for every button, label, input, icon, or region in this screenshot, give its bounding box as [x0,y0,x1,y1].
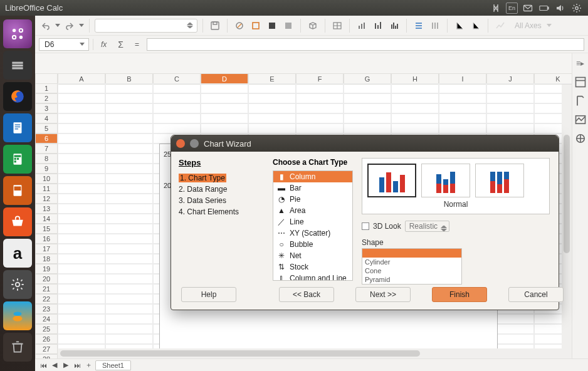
cell[interactable] [58,174,105,184]
cell[interactable] [58,314,105,324]
tab-last-icon[interactable]: ⏭ [73,361,81,370]
launcher-trash[interactable] [3,333,32,362]
cell[interactable] [248,83,296,93]
cell[interactable] [296,123,344,133]
name-box-dropdown-icon[interactable] [80,43,85,46]
cell[interactable] [391,83,439,93]
wizard-step[interactable]: 3. Data Series [179,195,273,206]
cell[interactable] [58,324,105,334]
row-header[interactable]: 4 [35,113,58,123]
cell[interactable] [105,214,153,224]
hgrid-icon[interactable] [412,19,426,33]
sigma-icon[interactable]: Σ [114,39,127,50]
battery-icon[interactable] [538,3,550,14]
formula-input[interactable] [147,38,584,51]
row-header[interactable]: 9 [35,164,58,174]
shape-item[interactable]: Bar [362,249,461,258]
launcher-dash[interactable] [3,19,32,48]
row-header[interactable]: 23 [35,304,58,314]
shape-item[interactable]: Cone [362,266,461,275]
cell[interactable] [344,123,391,133]
rect-outline-icon[interactable] [249,19,263,33]
cell[interactable] [105,274,153,284]
name-box[interactable]: D6 [39,38,89,51]
launcher-files[interactable] [3,51,32,80]
chart-bars-icon[interactable] [355,19,369,33]
tab-prev-icon[interactable]: ◀ [50,361,59,370]
cell[interactable] [105,144,153,154]
sidebar-collapse-icon[interactable]: ≡▸ [574,57,587,70]
tab-add-icon[interactable]: ＋ [84,361,93,370]
cell[interactable] [296,93,344,103]
row-header[interactable]: 22 [35,294,58,304]
row-header[interactable]: 15 [35,224,58,234]
gear-icon[interactable] [570,3,583,14]
cell[interactable] [105,294,153,304]
shape-list[interactable]: BarCylinderConePyramid [362,248,462,285]
chart-type-item[interactable]: ⫿Column and Line [273,273,352,281]
tab-next-icon[interactable]: ▶ [61,361,70,370]
launcher-impress[interactable] [3,176,32,205]
cell[interactable] [486,93,534,103]
axis-l-icon[interactable] [453,19,466,33]
cell[interactable] [105,194,153,204]
chart-type-item[interactable]: ▬Bar [273,182,352,194]
3dlook-checkbox[interactable] [362,222,369,230]
chart-type-item[interactable]: ／Line [273,216,352,227]
cell[interactable] [58,224,105,234]
redo-dropdown-icon[interactable] [79,24,84,27]
cell[interactable] [105,184,153,194]
fontsize-field[interactable] [95,19,197,33]
cell[interactable] [58,103,105,113]
row-header[interactable]: 7 [35,144,58,154]
tab-first-icon[interactable]: ⏮ [39,361,48,370]
chart-line-icon[interactable] [493,19,507,33]
cell[interactable] [58,144,105,154]
cancel-button[interactable]: Cancel [508,287,564,302]
chart-type-list[interactable]: ▮Column▬Bar◔Pie▲Area／Line⋯XY (Scatter)○B… [273,170,353,281]
cell[interactable] [296,103,344,113]
row-header[interactable]: 16 [35,234,58,244]
launcher-writer[interactable] [3,113,32,142]
cell[interactable] [153,113,201,123]
launcher-calc[interactable] [3,145,32,174]
row-header[interactable]: 27 [35,344,58,354]
wizard-step[interactable]: 4. Chart Elements [179,206,273,217]
row-header[interactable]: 18 [35,254,58,264]
undo-dropdown-icon[interactable] [55,24,60,27]
scrollbar-horizontal[interactable] [58,348,572,358]
cell[interactable] [105,244,153,254]
cell[interactable] [153,123,201,133]
row-header[interactable]: 3 [35,103,58,113]
mail-icon[interactable] [522,3,534,14]
cell[interactable] [486,83,534,93]
row-header[interactable]: 26 [35,334,58,344]
cell[interactable] [201,83,248,93]
cell[interactable] [58,284,105,294]
chart-type-item[interactable]: ⋯XY (Scatter) [273,227,352,239]
sidebar-styles-icon[interactable] [574,95,587,107]
shape1-icon[interactable] [233,19,246,33]
cell[interactable] [105,123,153,133]
cell[interactable] [248,123,296,133]
cell[interactable] [58,164,105,174]
cell[interactable] [58,304,105,314]
cell[interactable] [344,93,391,103]
cell[interactable] [201,113,248,123]
keyboard-lang-icon[interactable]: En [506,3,518,14]
cell[interactable] [58,294,105,304]
cell[interactable] [58,244,105,254]
network-icon[interactable] [490,3,502,14]
equals-icon[interactable]: = [131,40,143,49]
cell[interactable] [439,93,486,103]
cell[interactable] [105,83,153,93]
subtype-stacked[interactable] [421,164,470,197]
cell[interactable] [105,234,153,244]
cell[interactable] [439,83,486,93]
subtype-percent[interactable] [475,164,524,197]
row-header[interactable]: 6 [35,133,58,144]
cell[interactable] [105,264,153,274]
row-header[interactable]: 2 [35,93,58,103]
cell[interactable] [58,83,105,93]
cell[interactable] [105,284,153,294]
